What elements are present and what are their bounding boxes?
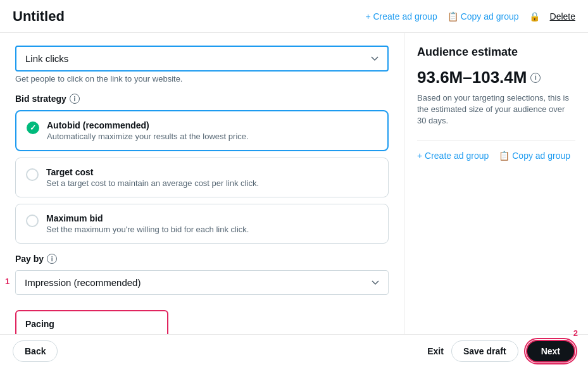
autobid-check-icon (27, 121, 39, 134)
footer-left: Back (13, 340, 58, 362)
right-panel: Audience estimate 93.6M–103.4M i Based o… (404, 33, 588, 334)
pay-by-dropdown[interactable]: Impression (recommended) (15, 270, 389, 295)
pacing-section: Pacing Standard (recommended) i Accelera… (15, 305, 389, 334)
pay-by-label: Pay by i (15, 254, 389, 264)
pay-by-section: Pay by i 1 Impression (recommended) (15, 254, 389, 295)
goal-dropdown-hint: Get people to click on the link to your … (15, 74, 389, 84)
step-1-indicator: 1 (5, 277, 9, 286)
header-actions: + Create ad group 📋 Copy ad group 🔒 Dele… (365, 11, 575, 22)
audience-create-ad-group-link[interactable]: + Create ad group (417, 151, 489, 161)
copy-ad-group-header-link[interactable]: 📋 Copy ad group (447, 11, 519, 22)
header: Untitled + Create ad group 📋 Copy ad gro… (0, 0, 588, 33)
target-cost-desc: Set a target cost to maintain an average… (46, 178, 378, 188)
autobid-desc: Automatically maximize your results at t… (47, 132, 377, 141)
copy-icon: 📋 (447, 11, 458, 22)
audience-estimate-title: Audience estimate (417, 46, 575, 59)
footer-right: Exit Save draft 2 Next (427, 340, 575, 363)
next-button[interactable]: Next (526, 340, 575, 363)
autobid-option[interactable]: Autobid (recommended) Automatically maxi… (15, 110, 389, 151)
audience-size-info-icon[interactable]: i (530, 73, 541, 83)
audience-divider (417, 140, 575, 140)
audience-copy-icon: 📋 (499, 151, 510, 161)
maximum-bid-option[interactable]: Maximum bid Set the maximum you're willi… (15, 204, 389, 244)
back-button[interactable]: Back (13, 340, 58, 362)
next-btn-wrapper: 2 Next (526, 340, 575, 363)
target-cost-option[interactable]: Target cost Set a target cost to maintai… (15, 158, 389, 197)
maximum-bid-title: Maximum bid (46, 213, 378, 223)
left-panel: Link clicks Get people to click on the l… (0, 33, 404, 334)
exit-button[interactable]: Exit (427, 346, 444, 356)
pacing-title: Pacing (25, 319, 158, 329)
maximum-bid-desc: Set the maximum you're willing to bid fo… (46, 225, 378, 234)
delete-header-link[interactable]: Delete (550, 11, 575, 22)
header-sep: 🔒 (529, 11, 540, 22)
audience-copy-ad-group-link[interactable]: 📋 Copy ad group (499, 151, 570, 161)
pacing-box: Pacing Standard (recommended) i Accelera… (15, 310, 168, 334)
main-layout: Link clicks Get people to click on the l… (0, 33, 588, 334)
bid-strategy-label: Bid strategy i (15, 94, 389, 104)
page-title: Untitled (13, 8, 65, 25)
save-draft-button[interactable]: Save draft (451, 340, 518, 362)
target-cost-title: Target cost (46, 167, 378, 177)
audience-desc: Based on your targeting selections, this… (417, 92, 575, 127)
create-ad-group-header-link[interactable]: + Create ad group (365, 11, 437, 22)
bid-strategy-info-icon[interactable]: i (70, 94, 80, 104)
pay-by-info-icon[interactable]: i (47, 254, 57, 264)
goal-dropdown[interactable]: Link clicks (15, 46, 389, 72)
autobid-title: Autobid (recommended) (47, 120, 377, 130)
pay-by-dropdown-wrapper: 1 Impression (recommended) (15, 270, 389, 295)
target-cost-radio-icon (26, 168, 39, 181)
step-2-indicator: 2 (573, 328, 578, 338)
maximum-bid-radio-icon (26, 215, 39, 227)
footer: Back Exit Save draft 2 Next (0, 334, 588, 367)
audience-actions: + Create ad group 📋 Copy ad group (417, 151, 575, 161)
goal-dropdown-container: Link clicks Get people to click on the l… (15, 46, 389, 84)
audience-size: 93.6M–103.4M i (417, 68, 575, 87)
